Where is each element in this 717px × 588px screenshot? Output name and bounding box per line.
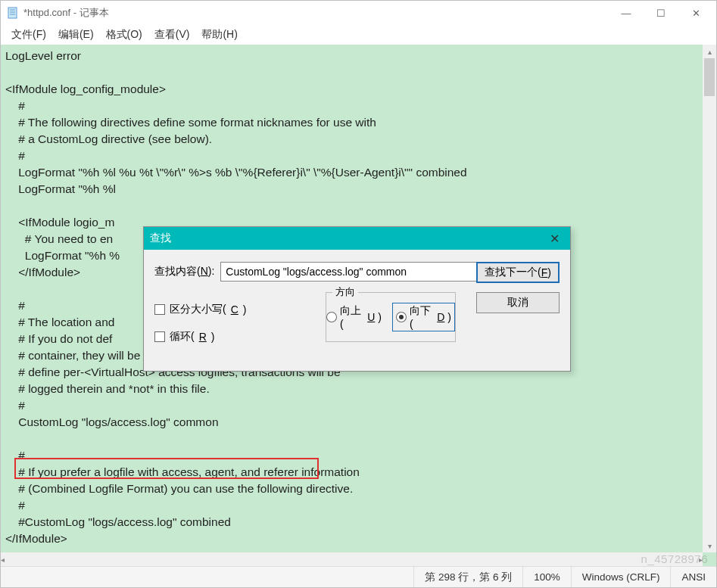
find-next-button[interactable]: 查找下一个(F) [476, 262, 560, 283]
editor-area: LogLevel error <IfModule log_config_modu… [1, 45, 716, 566]
watermark: n_45728976 [641, 552, 708, 565]
find-dialog-body: 查找内容(N): 查找下一个(F) 取消 方向 向上(U) 向下(D) 区分大小… [144, 250, 570, 371]
status-line-ending: Windows (CRLF) [571, 567, 671, 587]
window-controls: — ☐ ✕ [609, 2, 713, 24]
cancel-button[interactable]: 取消 [476, 292, 560, 313]
status-position: 第 298 行，第 6 列 [413, 567, 522, 587]
vertical-scrollbar[interactable]: ▴ ▾ [703, 45, 716, 552]
menu-file[interactable]: 文件(F) [5, 26, 52, 43]
close-button[interactable]: ✕ [678, 2, 713, 24]
match-case-checkbox[interactable]: 区分大小写(C) [154, 303, 246, 316]
find-dialog: 查找 ✕ 查找内容(N): 查找下一个(F) 取消 方向 向上(U) 向下(D) [143, 226, 571, 372]
menu-edit[interactable]: 编辑(E) [52, 26, 100, 43]
svg-rect-0 [8, 8, 17, 18]
direction-group: 方向 向上(U) 向下(D) [326, 292, 456, 342]
notepad-icon [7, 7, 19, 19]
notepad-window: *httpd.conf - 记事本 — ☐ ✕ 文件(F) 编辑(E) 格式(O… [0, 0, 717, 588]
menu-view[interactable]: 查看(V) [148, 26, 196, 43]
minimize-button[interactable]: — [609, 2, 644, 24]
find-options: 区分大小写(C) 循环(R) [154, 303, 246, 344]
menubar: 文件(F) 编辑(E) 格式(O) 查看(V) 帮助(H) [1, 25, 716, 45]
direction-label: 方向 [332, 285, 358, 299]
find-dialog-title: 查找 [150, 232, 544, 245]
radio-down-circle [396, 312, 407, 322]
menu-format[interactable]: 格式(O) [100, 26, 148, 43]
radio-up-circle [326, 312, 337, 322]
titlebar: *httpd.conf - 记事本 — ☐ ✕ [1, 1, 716, 25]
radio-down[interactable]: 向下(D) [392, 303, 455, 331]
radio-up[interactable]: 向上(U) [326, 304, 382, 330]
checkbox-icon [154, 304, 165, 315]
wrap-around-checkbox[interactable]: 循环(R) [154, 330, 246, 344]
scroll-down-icon[interactable]: ▾ [703, 539, 716, 552]
maximize-button[interactable]: ☐ [644, 2, 678, 24]
find-dialog-titlebar: 查找 ✕ [144, 227, 570, 250]
find-close-button[interactable]: ✕ [544, 232, 564, 246]
scroll-thumb[interactable] [704, 58, 715, 96]
horizontal-scrollbar[interactable]: ◂ ▸ [1, 552, 703, 566]
scroll-left-icon[interactable]: ◂ [1, 552, 5, 566]
menu-help[interactable]: 帮助(H) [195, 26, 243, 43]
find-button-column: 查找下一个(F) 取消 [476, 262, 560, 313]
search-highlight [14, 458, 319, 479]
status-zoom: 100% [522, 567, 571, 587]
find-what-label: 查找内容(N): [154, 265, 214, 278]
status-encoding: ANSI [670, 567, 716, 587]
scroll-up-icon[interactable]: ▴ [703, 45, 716, 58]
statusbar: 第 298 行，第 6 列 100% Windows (CRLF) ANSI [1, 566, 716, 587]
checkbox-icon [154, 331, 165, 342]
window-title: *httpd.conf - 记事本 [23, 6, 609, 20]
